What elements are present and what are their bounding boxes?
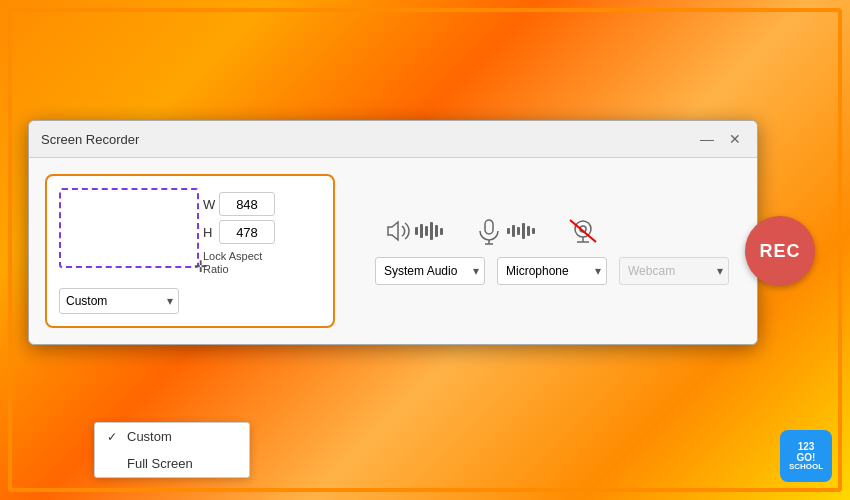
preset-row: Custom Full Screen [59, 288, 321, 314]
microphone-select[interactable]: Microphone [497, 257, 607, 285]
logo-text: 123 GO! SCHOOL [789, 441, 823, 472]
webcam-select-wrapper: Webcam [619, 257, 729, 285]
preset-select-wrapper: Custom Full Screen [59, 288, 179, 314]
logo-line1: 123 [789, 441, 823, 452]
logo-line2: GO! [789, 452, 823, 463]
logo-line3: SCHOOL [789, 463, 823, 472]
speaker-waves [415, 222, 443, 240]
dialog-body: ✛ W H Lock AspectRatio [29, 158, 757, 344]
height-row: H [203, 220, 275, 244]
webcam-icon-group [567, 217, 599, 245]
move-icon: ✛ [194, 257, 207, 276]
dropdown-item-fullscreen[interactable]: Full Screen [95, 450, 249, 477]
height-input[interactable] [219, 220, 275, 244]
dimension-inputs: W H Lock AspectRatio [203, 192, 275, 276]
close-button[interactable]: ✕ [725, 129, 745, 149]
speaker-icon-group [383, 217, 443, 245]
av-section: System Audio Microphone Webcam [375, 217, 729, 285]
mic-waves [507, 223, 535, 239]
minimize-button[interactable]: — [697, 129, 717, 149]
av-dropdowns-row: System Audio Microphone Webcam [375, 257, 729, 285]
width-label: W [203, 197, 215, 212]
microphone-icon-group [475, 217, 535, 245]
dialog-title: Screen Recorder [41, 132, 139, 147]
system-audio-select-wrapper: System Audio [375, 257, 485, 285]
logo-badge: 123 GO! SCHOOL [780, 430, 832, 482]
microphone-icon [475, 217, 503, 245]
width-input[interactable] [219, 192, 275, 216]
capture-preview-box[interactable]: ✛ [59, 188, 199, 268]
height-label: H [203, 225, 215, 240]
screen-recorder-dialog: Screen Recorder — ✕ ✛ W [28, 120, 758, 345]
webcam-icon [567, 217, 599, 245]
speaker-icon [383, 217, 411, 245]
rec-button[interactable]: REC [745, 216, 815, 286]
dropdown-label-fullscreen: Full Screen [127, 456, 193, 471]
webcam-select[interactable]: Webcam [619, 257, 729, 285]
area-layout-row: ✛ W H Lock AspectRatio [59, 188, 321, 276]
preset-dropdown-menu: ✓ Custom Full Screen [94, 422, 250, 478]
dropdown-label-custom: Custom [127, 429, 172, 444]
microphone-select-wrapper: Microphone [497, 257, 607, 285]
width-row: W [203, 192, 275, 216]
check-icon: ✓ [107, 430, 121, 444]
dropdown-item-custom[interactable]: ✓ Custom [95, 423, 249, 450]
preset-select[interactable]: Custom Full Screen [59, 288, 179, 314]
svg-rect-0 [485, 220, 493, 234]
record-area-section: ✛ W H Lock AspectRatio [45, 174, 335, 328]
titlebar-controls: — ✕ [697, 129, 745, 149]
av-icons-row [375, 217, 729, 245]
lock-aspect-label: Lock AspectRatio [203, 250, 275, 276]
system-audio-select[interactable]: System Audio [375, 257, 485, 285]
dialog-titlebar: Screen Recorder — ✕ [29, 121, 757, 158]
